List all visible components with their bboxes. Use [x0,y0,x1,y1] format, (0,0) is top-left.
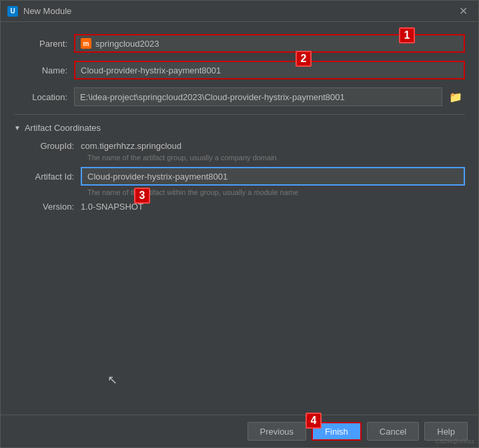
artifactid-row: Artifact Id: [21,167,465,186]
new-module-dialog: U New Module ✕ Parent: m springcloud2023… [0,0,479,448]
annotation-1: 1 [399,27,415,43]
location-label: Location: [14,92,74,102]
previous-button[interactable]: Previous [248,422,307,441]
location-input[interactable] [74,87,442,106]
annotation-4: 4 [306,413,322,429]
dialog-title: New Module [23,6,71,16]
groupid-label: GroupId: [21,141,81,151]
name-row: Name: [14,61,465,79]
parent-value: springcloud2023 [95,39,159,49]
artifact-section: GroupId: com.tigerhhzz.springcloud The n… [14,141,465,212]
groupid-row: GroupId: com.tigerhhzz.springcloud [21,141,465,151]
parent-row: Parent: m springcloud2023 [14,34,465,53]
artifactid-label: Artifact Id: [21,172,81,182]
location-wrapper: 📁 [74,87,465,106]
annotation-3: 3 [134,188,150,204]
divider [14,114,465,115]
cancel-button[interactable]: Cancel [367,422,419,441]
parent-label: Parent: [14,39,74,49]
version-label: Version: [21,202,81,212]
groupid-value: com.tigerhhzz.springcloud [81,141,181,151]
artifactid-input[interactable] [81,167,465,186]
title-bar-left: U New Module [7,6,71,17]
title-bar: U New Module ✕ [1,1,478,22]
dialog-content: Parent: m springcloud2023 Name: Location… [1,22,478,415]
name-input[interactable] [74,61,465,79]
location-row: Location: 📁 [14,87,465,106]
parent-icon: m [81,38,91,49]
artifact-section-title: Artifact Coordinates [25,123,101,133]
groupid-hint: The name of the artifact group, usually … [21,154,465,162]
artifact-section-header: ▼ Artifact Coordinates [14,123,465,133]
annotation-2: 2 [296,51,312,67]
section-toggle[interactable]: ▼ [14,124,21,132]
artifactid-hint: The name of the artifact within the grou… [21,188,465,196]
dialog-icon: U [7,6,18,17]
watermark: CSDN@nhhzz [435,438,474,445]
close-button[interactable]: ✕ [455,3,472,19]
cursor: ↖ [107,373,117,387]
name-label: Name: [14,65,74,75]
dialog-footer: Previous Finish Cancel Help [1,415,478,447]
browse-button[interactable]: 📁 [446,89,465,105]
version-row: Version: 1.0-SNAPSHOT [21,202,465,212]
